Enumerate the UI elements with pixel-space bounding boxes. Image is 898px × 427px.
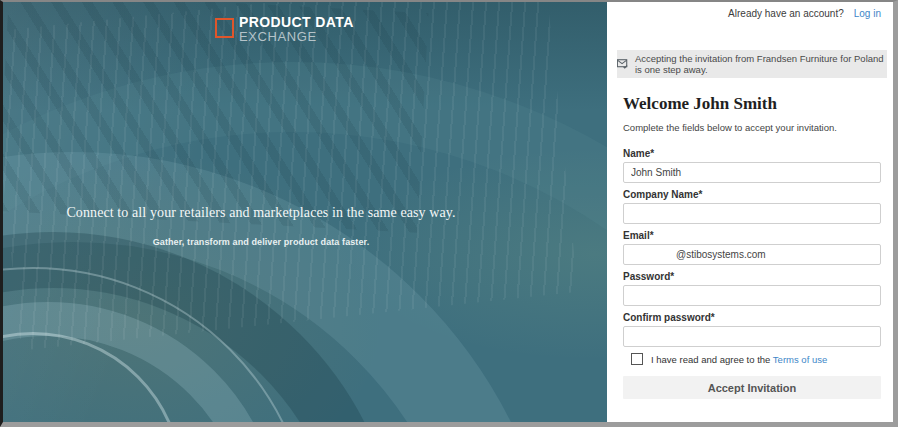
browser-window: PRODUCT DATA EXCHANGE Connect to all you… — [0, 0, 898, 427]
logo-square-icon — [215, 18, 234, 38]
confirm-password-label: Confirm password* — [623, 312, 881, 324]
email-label: Email* — [623, 230, 881, 242]
invitation-panel: Already have an account? Log in Acceptin… — [607, 2, 893, 422]
company-name-input[interactable] — [623, 203, 881, 224]
form-fields: Name* Company Name* Email* Password* Con… — [623, 148, 881, 347]
terms-of-use-link[interactable]: Terms of use — [773, 354, 827, 365]
product-data-exchange-logo: PRODUCT DATA EXCHANGE — [215, 16, 354, 43]
password-field-group: Password* — [623, 271, 881, 306]
logo-text: PRODUCT DATA EXCHANGE — [239, 16, 354, 43]
password-label: Password* — [623, 271, 881, 283]
confirm-password-field-group: Confirm password* — [623, 312, 881, 347]
invitation-notice-bar: Accepting the invitation from Frandsen F… — [617, 50, 887, 78]
name-label: Name* — [623, 148, 881, 160]
terms-row: I have read and agree to the Terms of us… — [631, 353, 881, 365]
mail-check-icon — [617, 58, 628, 70]
company-name-label: Company Name* — [623, 189, 881, 201]
hero-headline: Connect to all your retailers and market… — [3, 205, 519, 221]
account-prompt-text: Already have an account? — [728, 8, 844, 19]
welcome-title: Welcome John Smith — [623, 94, 881, 114]
welcome-subtitle: Complete the fields below to accept your… — [623, 122, 881, 134]
company-name-field-group: Company Name* — [623, 189, 881, 224]
hero-subheadline: Gather, transform and deliver product da… — [3, 237, 519, 247]
accept-invitation-form: Welcome John Smith Complete the fields b… — [623, 78, 881, 399]
email-input[interactable] — [623, 244, 881, 265]
password-input[interactable] — [623, 285, 881, 306]
email-field-group: Email* — [623, 230, 881, 265]
accept-invitation-button[interactable]: Accept Invitation — [623, 376, 881, 399]
confirm-password-input[interactable] — [623, 326, 881, 347]
logo-line2: EXCHANGE — [239, 30, 354, 43]
name-field-group: Name* — [623, 148, 881, 183]
terms-prefix: I have read and agree to the — [651, 354, 770, 365]
terms-text: I have read and agree to the Terms of us… — [651, 354, 827, 365]
name-input[interactable] — [623, 162, 881, 183]
terms-checkbox[interactable] — [631, 353, 643, 365]
account-topbar: Already have an account? Log in — [728, 8, 881, 19]
invitation-notice-text: Accepting the invitation from Frandsen F… — [635, 53, 887, 75]
logo-line1: PRODUCT DATA — [239, 16, 354, 29]
log-in-link[interactable]: Log in — [854, 8, 881, 19]
hero-image: PRODUCT DATA EXCHANGE Connect to all you… — [3, 2, 607, 422]
